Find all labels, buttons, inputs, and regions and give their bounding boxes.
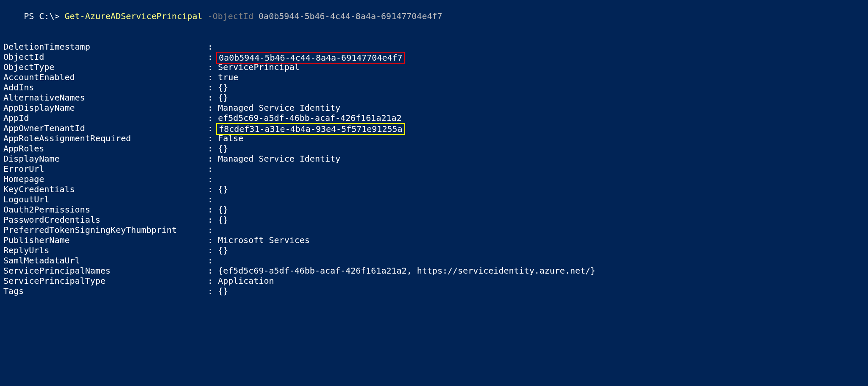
- property-value: {}: [218, 92, 228, 103]
- property-separator: :: [203, 215, 218, 225]
- property-key: ErrorUrl: [3, 164, 203, 174]
- property-separator: :: [203, 225, 218, 235]
- property-key: Tags: [3, 286, 203, 296]
- property-row: AddIns : {}: [3, 82, 865, 92]
- property-key: PasswordCredentials: [3, 215, 203, 225]
- property-key: ObjectType: [3, 62, 203, 72]
- property-separator: :: [203, 42, 218, 52]
- property-key: AppRoleAssignmentRequired: [3, 133, 203, 143]
- property-separator: :: [203, 174, 218, 184]
- property-separator: :: [203, 92, 218, 103]
- property-row: AppDisplayName : Managed Service Identit…: [3, 103, 865, 113]
- property-row: PasswordCredentials : {}: [3, 215, 865, 225]
- cmdlet-param: -ObjectId: [203, 11, 259, 21]
- property-value: False: [218, 133, 243, 143]
- property-value: {}: [218, 82, 228, 92]
- property-row: Oauth2Permissions : {}: [3, 204, 865, 215]
- property-key: ObjectId: [3, 52, 203, 62]
- property-row: LogoutUrl :: [3, 194, 865, 204]
- property-separator: :: [203, 245, 218, 255]
- property-value: {}: [218, 184, 228, 194]
- property-separator: :: [203, 235, 218, 245]
- property-key: ServicePrincipalType: [3, 276, 203, 286]
- property-row: AppOwnerTenantId : f8cdef31-a31e-4b4a-93…: [3, 123, 865, 133]
- property-separator: :: [203, 286, 218, 296]
- property-separator: :: [203, 184, 218, 194]
- property-row: DisplayName : Managed Service Identity: [3, 154, 865, 164]
- property-value: {ef5d5c69-a5df-46bb-acaf-426f161a21a2, h…: [218, 266, 595, 276]
- property-separator: :: [203, 154, 218, 164]
- property-row: ReplyUrls : {}: [3, 245, 865, 255]
- cmdlet-arg: 0a0b5944-5b46-4c44-8a4a-69147704e4f7: [259, 11, 442, 21]
- property-row: ServicePrincipalNames : {ef5d5c69-a5df-4…: [3, 266, 865, 276]
- powershell-terminal[interactable]: PS C:\> Get-AzureADServicePrincipal -Obj…: [0, 0, 868, 297]
- property-row: PublisherName : Microsoft Services: [3, 235, 865, 245]
- property-separator: :: [203, 204, 218, 215]
- property-row: AppRoles : {}: [3, 143, 865, 154]
- property-row: ObjectType : ServicePrincipal: [3, 62, 865, 72]
- property-separator: :: [203, 52, 218, 62]
- property-separator: :: [203, 255, 218, 266]
- property-key: AppDisplayName: [3, 103, 203, 113]
- property-separator: :: [203, 276, 218, 286]
- property-key: ServicePrincipalNames: [3, 266, 203, 276]
- property-value: {}: [218, 143, 228, 154]
- property-row: Tags : {}: [3, 286, 865, 296]
- property-value: Managed Service Identity: [218, 154, 340, 164]
- property-row: AppId : ef5d5c69-a5df-46bb-acaf-426f161a…: [3, 113, 865, 123]
- property-row: ErrorUrl :: [3, 164, 865, 174]
- property-separator: :: [203, 82, 218, 92]
- property-separator: :: [203, 123, 218, 133]
- property-key: PublisherName: [3, 235, 203, 245]
- property-key: AppId: [3, 113, 203, 123]
- property-separator: :: [203, 194, 218, 204]
- property-row: AccountEnabled : true: [3, 72, 865, 82]
- property-value: {}: [218, 204, 228, 215]
- property-value: Managed Service Identity: [218, 103, 340, 113]
- property-row: DeletionTimestamp :: [3, 42, 865, 52]
- property-separator: :: [203, 72, 218, 82]
- property-value: true: [218, 72, 238, 82]
- property-key: AppRoles: [3, 143, 203, 154]
- property-key: PreferredTokenSigningKeyThumbprint: [3, 225, 203, 235]
- prompt-prefix: PS C:\>: [24, 11, 64, 21]
- property-key: SamlMetadataUrl: [3, 255, 203, 266]
- property-separator: :: [203, 266, 218, 276]
- property-value: {}: [218, 245, 228, 255]
- property-value: f8cdef31-a31e-4b4a-93e4-5f571e91255a: [216, 123, 405, 135]
- property-key: LogoutUrl: [3, 194, 203, 204]
- property-key: DisplayName: [3, 154, 203, 164]
- property-key: Homepage: [3, 174, 203, 184]
- property-separator: :: [203, 62, 218, 72]
- property-key: Oauth2Permissions: [3, 204, 203, 215]
- property-key: AccountEnabled: [3, 72, 203, 82]
- property-value: {}: [218, 215, 228, 225]
- property-separator: :: [203, 164, 218, 174]
- property-separator: :: [203, 113, 218, 123]
- property-key: KeyCredentials: [3, 184, 203, 194]
- cmdlet-name: Get-AzureADServicePrincipal: [65, 11, 203, 21]
- property-key: ReplyUrls: [3, 245, 203, 255]
- property-separator: :: [203, 133, 218, 143]
- command-output: DeletionTimestamp : ObjectId : 0a0b5944-…: [3, 42, 865, 296]
- property-row: AppRoleAssignmentRequired : False: [3, 133, 865, 143]
- property-key: AppOwnerTenantId: [3, 123, 203, 133]
- property-row: AlternativeNames : {}: [3, 92, 865, 103]
- property-value: Microsoft Services: [218, 235, 310, 245]
- property-row: KeyCredentials : {}: [3, 184, 865, 194]
- property-row: ObjectId : 0a0b5944-5b46-4c44-8a4a-69147…: [3, 52, 865, 62]
- property-key: DeletionTimestamp: [3, 42, 203, 52]
- property-value: {}: [218, 286, 228, 296]
- property-value: ef5d5c69-a5df-46bb-acaf-426f161a21a2: [218, 113, 401, 123]
- command-line: PS C:\> Get-AzureADServicePrincipal -Obj…: [3, 1, 865, 31]
- property-row: PreferredTokenSigningKeyThumbprint :: [3, 225, 865, 235]
- property-separator: :: [203, 143, 218, 154]
- property-value: ServicePrincipal: [218, 62, 300, 72]
- property-key: AddIns: [3, 82, 203, 92]
- property-row: SamlMetadataUrl :: [3, 255, 865, 266]
- property-row: Homepage :: [3, 174, 865, 184]
- property-key: AlternativeNames: [3, 92, 203, 103]
- property-separator: :: [203, 103, 218, 113]
- property-row: ServicePrincipalType : Application: [3, 276, 865, 286]
- property-value: Application: [218, 276, 274, 286]
